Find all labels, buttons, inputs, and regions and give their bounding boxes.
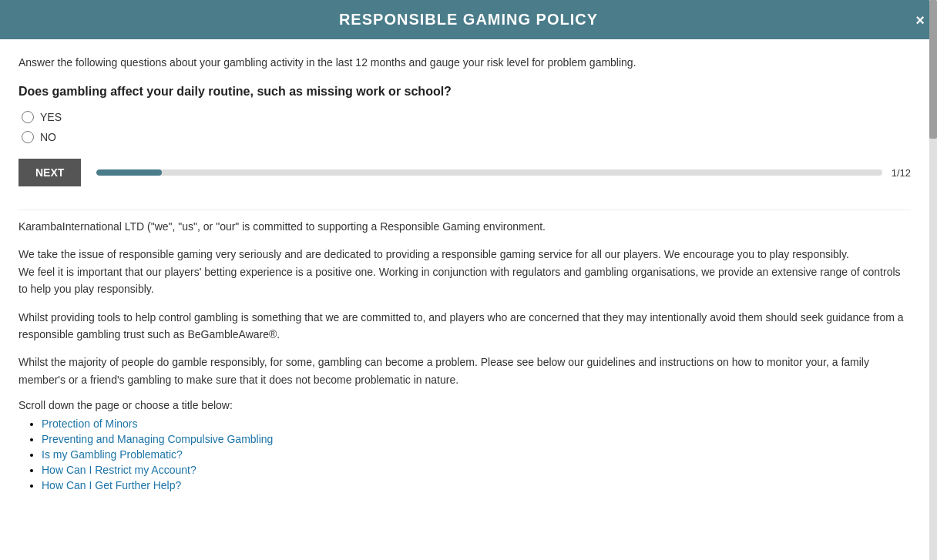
list-item: Preventing and Managing Compulsive Gambl… xyxy=(42,433,911,445)
list-item: How Can I Get Further Help? xyxy=(42,479,911,491)
toc-link-protection-of-minors[interactable]: Protection of Minors xyxy=(42,417,138,430)
intro-text: Answer the following questions about you… xyxy=(18,55,911,71)
toc-label: Scroll down the page or choose a title b… xyxy=(18,399,911,411)
radio-yes-input[interactable] xyxy=(22,111,34,123)
modal: RESPONSIBLE GAMING POLICY × Answer the f… xyxy=(0,0,937,560)
radio-yes[interactable]: YES xyxy=(22,111,911,123)
toc-section: Scroll down the page or choose a title b… xyxy=(18,399,911,491)
modal-overlay: RESPONSIBLE GAMING POLICY × Answer the f… xyxy=(0,0,937,560)
progress-bar-fill xyxy=(96,169,162,176)
policy-paragraph-1: KarambaInternational LTD ("we", "us", or… xyxy=(18,218,911,235)
question-text: Does gambling affect your daily routine,… xyxy=(18,85,911,99)
list-item: How Can I Restrict my Account? xyxy=(42,464,911,476)
scrollbar-track xyxy=(929,0,937,560)
policy-section: KarambaInternational LTD ("we", "us", or… xyxy=(18,210,911,491)
close-button[interactable]: × xyxy=(915,12,925,28)
modal-body: Answer the following questions about you… xyxy=(0,39,937,510)
radio-no-input[interactable] xyxy=(22,131,34,143)
question-box: Does gambling affect your daily routine,… xyxy=(18,85,911,143)
toc-link-further-help[interactable]: How Can I Get Further Help? xyxy=(42,479,181,491)
policy-paragraph-4: Whilst the majority of people do gamble … xyxy=(18,354,911,388)
radio-no-label: NO xyxy=(40,131,56,143)
radio-group: YES NO xyxy=(22,111,911,143)
modal-title: RESPONSIBLE GAMING POLICY xyxy=(339,11,598,28)
scrollbar-thumb[interactable] xyxy=(929,0,937,139)
toc-link-is-gambling-problematic[interactable]: Is my Gambling Problematic? xyxy=(42,448,183,461)
progress-container: 1/12 xyxy=(96,167,911,179)
progress-label: 1/12 xyxy=(892,167,911,179)
toc-link-preventing-compulsive[interactable]: Preventing and Managing Compulsive Gambl… xyxy=(42,433,273,445)
next-button[interactable]: NEXT xyxy=(18,159,81,186)
radio-no[interactable]: NO xyxy=(22,131,911,143)
progress-bar-bg xyxy=(96,169,882,176)
policy-paragraph-2: We take the issue of responsible gaming … xyxy=(18,246,911,297)
modal-header: RESPONSIBLE GAMING POLICY × xyxy=(0,0,937,39)
list-item: Protection of Minors xyxy=(42,417,911,430)
list-item: Is my Gambling Problematic? xyxy=(42,448,911,461)
policy-paragraph-3: Whilst providing tools to help control g… xyxy=(18,309,911,344)
toc-link-restrict-account[interactable]: How Can I Restrict my Account? xyxy=(42,464,196,476)
controls-row: NEXT 1/12 xyxy=(18,159,911,186)
toc-list: Protection of Minors Preventing and Mana… xyxy=(18,417,911,491)
radio-yes-label: YES xyxy=(40,111,62,123)
